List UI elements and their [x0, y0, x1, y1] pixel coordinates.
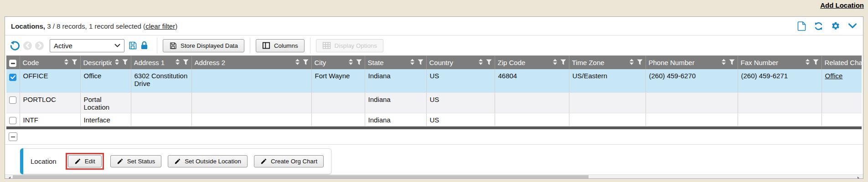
- lock-icon[interactable]: [140, 41, 148, 50]
- set-status-button[interactable]: Set Status: [110, 155, 162, 167]
- sort-icon[interactable]: [805, 59, 810, 66]
- cell-fax: (260) 459-6271: [738, 69, 822, 93]
- locations-panel: Locations, 3 / 8 records, 1 record selec…: [5, 16, 863, 179]
- sort-icon[interactable]: [64, 59, 69, 66]
- column-header-timezone[interactable]: Time Zone: [569, 56, 646, 69]
- status-filter-select[interactable]: Active: [50, 39, 124, 52]
- chevron-left-icon: [26, 43, 30, 48]
- previous-record-button[interactable]: [23, 41, 32, 50]
- cell-code: PORTLOC: [20, 93, 80, 113]
- sort-icon[interactable]: [295, 59, 300, 66]
- action-row: Location Edit Set Status Set Outside Loc…: [5, 145, 863, 174]
- sort-icon[interactable]: [114, 59, 119, 66]
- action-group-label: Location: [31, 157, 57, 165]
- sort-icon[interactable]: [721, 59, 726, 66]
- filter-icon[interactable]: [303, 59, 309, 66]
- scroll-left-button[interactable]: [5, 175, 13, 179]
- gear-icon[interactable]: [831, 21, 840, 30]
- cell-timezone: [569, 113, 646, 126]
- sort-icon[interactable]: [629, 59, 634, 66]
- edit-button[interactable]: Edit: [68, 155, 102, 167]
- filter-icon[interactable]: [486, 59, 492, 66]
- collapse-minus-icon: [11, 136, 15, 137]
- select-all-cell: [6, 56, 20, 69]
- column-header-zip[interactable]: Zip Code: [495, 56, 569, 69]
- chevron-down-icon[interactable]: [848, 23, 857, 29]
- undo-icon[interactable]: [10, 40, 20, 51]
- panel-title: Locations, 3 / 8 records, 1 record selec…: [11, 22, 177, 30]
- select-all-checkbox[interactable]: [9, 60, 16, 67]
- cell-zip: [495, 93, 569, 113]
- cell-address1: 6302 Constitution Drive: [131, 69, 191, 93]
- filter-icon[interactable]: [356, 59, 362, 66]
- cell-address1: [131, 113, 191, 126]
- cell-timezone: US/Eastern: [569, 69, 646, 93]
- save-view-icon[interactable]: [128, 41, 137, 50]
- cell-related-chart: [822, 93, 862, 113]
- cell-phone: [646, 113, 738, 126]
- table-row: OFFICE Office 6302 Constitution Drive Fo…: [6, 69, 862, 93]
- column-header-country[interactable]: Country: [426, 56, 495, 69]
- add-location-link[interactable]: Add Location: [820, 1, 864, 9]
- columns-icon: [262, 42, 270, 49]
- table-header-row: Code Description Address 1 Address 2 Cit…: [6, 56, 862, 69]
- next-record-button[interactable]: [35, 41, 44, 50]
- column-header-fax[interactable]: Fax Number: [738, 56, 822, 69]
- cell-country: US: [426, 93, 495, 113]
- column-header-city[interactable]: City: [311, 56, 365, 69]
- cell-description: Office: [80, 69, 131, 93]
- clear-filter-link[interactable]: clear filter: [145, 22, 175, 30]
- filter-icon[interactable]: [122, 59, 128, 66]
- related-chart-link[interactable]: Office: [825, 72, 843, 80]
- collapse-row: [5, 129, 863, 145]
- cell-state: Indiana: [365, 113, 426, 126]
- column-header-code[interactable]: Code: [20, 56, 80, 69]
- sort-icon[interactable]: [553, 59, 558, 66]
- cell-related-chart: Office: [822, 69, 862, 93]
- filter-icon[interactable]: [729, 59, 735, 66]
- row-checkbox[interactable]: [9, 96, 16, 104]
- panel-title-bar: Locations, 3 / 8 records, 1 record selec…: [5, 17, 863, 35]
- refresh-icon[interactable]: [814, 21, 823, 31]
- column-header-address1[interactable]: Address 1: [131, 56, 191, 69]
- filter-icon[interactable]: [183, 59, 189, 66]
- filter-icon[interactable]: [813, 59, 819, 66]
- sort-icon[interactable]: [478, 59, 483, 66]
- column-header-phone[interactable]: Phone Number: [646, 56, 738, 69]
- toolbar-separator: [310, 38, 310, 53]
- row-checkbox[interactable]: [9, 74, 16, 81]
- columns-button[interactable]: Columns: [256, 39, 305, 52]
- row-checkbox[interactable]: [9, 117, 16, 124]
- column-header-state[interactable]: State: [365, 56, 426, 69]
- row-checkbox-cell: [6, 93, 20, 113]
- cell-zip: 46804: [495, 69, 569, 93]
- sort-icon[interactable]: [410, 59, 415, 66]
- cell-description: Interface: [80, 113, 131, 126]
- locations-table: Code Description Address 1 Address 2 Cit…: [6, 56, 862, 126]
- column-header-address2[interactable]: Address 2: [191, 56, 311, 69]
- cell-fax: [738, 113, 822, 126]
- accent-bar: [20, 148, 23, 174]
- column-header-related-charts[interactable]: Related Cha: [822, 56, 862, 69]
- filter-icon[interactable]: [560, 59, 566, 66]
- chevron-right-icon: [37, 43, 42, 48]
- sort-icon[interactable]: [175, 59, 180, 66]
- horizontal-scrollbar[interactable]: [5, 174, 863, 179]
- new-page-icon[interactable]: [797, 21, 806, 31]
- filter-icon[interactable]: [72, 59, 78, 66]
- filter-icon[interactable]: [637, 59, 643, 66]
- cell-fax: [738, 93, 822, 113]
- toolbar-separator: [250, 38, 250, 53]
- scrollbar-track[interactable]: [589, 175, 855, 179]
- collapse-section-button[interactable]: [9, 132, 17, 141]
- row-checkbox-cell: [6, 113, 20, 126]
- store-displayed-data-button[interactable]: Store Displayed Data: [163, 39, 244, 52]
- sort-icon[interactable]: [348, 59, 353, 66]
- filter-icon[interactable]: [418, 59, 424, 66]
- create-org-chart-button[interactable]: Create Org Chart: [254, 155, 324, 167]
- column-header-description[interactable]: Description: [80, 56, 131, 69]
- scroll-right-button[interactable]: [855, 175, 863, 179]
- set-outside-location-button[interactable]: Set Outside Location: [168, 155, 248, 167]
- select-caret-icon: [114, 44, 120, 47]
- scrollbar-thumb[interactable]: [13, 175, 589, 179]
